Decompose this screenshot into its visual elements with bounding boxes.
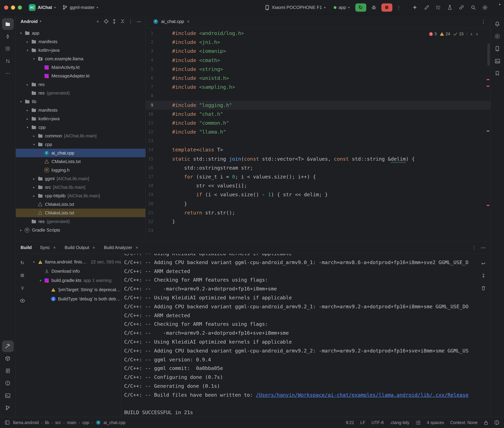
tool-window-switcher-icon[interactable] <box>5 420 10 425</box>
dependencies-tool-button[interactable] <box>2 353 14 364</box>
close-window-button[interactable] <box>4 5 8 9</box>
expand-selection-button[interactable] <box>111 17 118 25</box>
breadcrumb-item[interactable]: main <box>67 420 76 425</box>
project-tree-item[interactable]: ▾com.example.llama <box>16 54 145 63</box>
line-number[interactable]: 10 <box>146 109 157 118</box>
line-number[interactable]: 16 <box>146 163 157 172</box>
notifications-button[interactable] <box>491 18 503 30</box>
problems-tool-button[interactable] <box>2 377 14 389</box>
soft-wrap-button[interactable]: ↩ <box>479 259 487 268</box>
code-line[interactable]: 15static std::string join(const std::vec… <box>146 154 490 163</box>
line-number[interactable]: 14 <box>146 145 157 154</box>
project-tree-item[interactable]: ▸ggml[AiChat.lib.main] <box>16 174 145 183</box>
settings-button[interactable] <box>480 3 490 12</box>
chevron-closed-icon[interactable]: ▸ <box>31 185 37 189</box>
bookmarks-button[interactable] <box>491 67 503 79</box>
code-line[interactable]: 2#include <jni.h> <box>146 38 490 47</box>
code-line[interactable]: 17 for (size_t i = 0; i < values.size();… <box>146 172 490 181</box>
debug-app-button[interactable] <box>369 3 378 11</box>
inspections-widget[interactable]: !3 24 15 ∧ ∨ <box>426 31 481 37</box>
search-everywhere-button[interactable] <box>468 3 478 12</box>
project-tree-item[interactable]: CMakeLists.txt <box>16 200 145 209</box>
rerun-app-button[interactable]: ↻ <box>355 3 366 11</box>
project-tree-item[interactable]: res(generated) <box>16 89 145 97</box>
code-line[interactable]: 23 <box>146 226 490 235</box>
code-style-icon[interactable] <box>416 420 421 425</box>
stop-build-button[interactable] <box>18 271 26 280</box>
project-tree-item[interactable]: ▸cpp-httplib[AiChat.lib.main] <box>16 191 145 200</box>
close-tab-icon[interactable]: × <box>136 245 138 250</box>
device-selector[interactable]: Xiaomi POCOPHONE F1 ▾ <box>262 3 328 11</box>
code-line[interactable]: 14template<class T> <box>146 145 490 154</box>
project-tree-item[interactable]: ▸GGradle Scripts <box>16 226 145 234</box>
project-tree-item[interactable]: ▾cpp <box>16 140 145 149</box>
breadcrumb-item[interactable]: src <box>55 420 61 425</box>
breadcrumb-item[interactable]: llama.android <box>13 420 39 425</box>
chevron-open-icon[interactable]: ▾ <box>37 279 43 282</box>
line-number[interactable]: 6 <box>146 74 157 82</box>
gradle-tool-button[interactable]: G <box>491 31 503 42</box>
line-number[interactable]: 5 <box>146 65 157 74</box>
rerun-build-button[interactable]: ↻ <box>18 259 26 267</box>
line-number[interactable]: 9 <box>146 100 157 109</box>
chevron-open-icon[interactable]: ▾ <box>18 31 24 35</box>
vcs-branch-selector[interactable]: ggml-master ▾ <box>60 3 101 11</box>
chevron-closed-icon[interactable]: ▸ <box>18 228 24 232</box>
error-stripe[interactable] <box>486 28 490 241</box>
code-line[interactable]: 8 <box>146 92 490 100</box>
project-tree-item[interactable]: ▸common[AiChat.lib.main] <box>16 132 145 140</box>
code-line[interactable]: 13 <box>146 137 490 145</box>
project-tree-item[interactable]: res(generated) <box>16 217 145 226</box>
line-number[interactable]: 18 <box>146 181 157 190</box>
chevron-open-icon[interactable]: ▾ <box>24 49 31 52</box>
project-tree-item[interactable]: ▾kotlin+java <box>16 46 145 54</box>
project-tool-button[interactable] <box>2 18 14 30</box>
version-control-tool-button[interactable] <box>2 402 14 414</box>
chevron-closed-icon[interactable]: ▸ <box>24 40 31 43</box>
code-line[interactable]: 20 } <box>146 199 490 208</box>
code-line[interactable]: 21 return str.str(); <box>146 208 490 217</box>
line-number[interactable]: 17 <box>146 172 157 181</box>
code-line[interactable]: 7#include <sampling.h> <box>146 82 490 91</box>
run-configuration-selector[interactable]: app ▾ <box>331 3 352 11</box>
project-tree-item[interactable]: ▾cpp <box>16 123 145 132</box>
project-tree-item[interactable]: CMakeLists.txt <box>16 157 145 166</box>
chevron-open-icon[interactable]: ▾ <box>24 125 31 129</box>
line-number[interactable]: 2 <box>146 38 157 47</box>
chevron-open-icon[interactable]: ▾ <box>18 100 24 103</box>
build-variants-button[interactable] <box>445 3 455 12</box>
analyzer-status[interactable]: .clang-tidy <box>390 420 409 425</box>
console-link[interactable]: /Users/hanyin/Workspace/ai-chat/examples… <box>256 392 469 398</box>
add-button[interactable]: + <box>94 17 102 25</box>
code-line[interactable]: 19 if (i < values.size() - 1) { str << d… <box>146 190 490 199</box>
project-tree-item[interactable]: ▾lib <box>16 97 145 106</box>
logcat-tool-button[interactable] <box>2 365 14 377</box>
build-console[interactable]: C/C++: -- Using KleidiAI optimized kerne… <box>121 254 490 417</box>
breadcrumb-item[interactable]: cpp <box>82 420 89 425</box>
file-encoding[interactable]: UTF-8 <box>371 420 384 425</box>
line-number[interactable]: 23 <box>146 226 157 235</box>
build-tree-item[interactable]: iBuildType 'debug' is both debuggable <box>29 294 121 304</box>
chevron-open-icon[interactable]: ▾ <box>31 260 37 263</box>
code-line[interactable]: 3#include <iomanip> <box>146 47 490 56</box>
hide-build-panel-button[interactable]: — <box>481 245 486 250</box>
build-tree-item[interactable]: Download info <box>29 266 121 276</box>
code-line[interactable]: 11#include "common.h" <box>146 118 490 127</box>
code-line[interactable]: 9#include "logging.h" <box>146 100 490 109</box>
build-tab[interactable]: Sync× <box>40 245 56 250</box>
chevron-open-icon[interactable]: ▾ <box>31 143 37 146</box>
code-line[interactable]: 12#include "llama.h" <box>146 127 490 136</box>
editor-tab[interactable]: C ai_chat.cpp × <box>149 15 193 28</box>
compiler-context[interactable]: Context: None <box>450 420 478 425</box>
chevron-closed-icon[interactable]: ▸ <box>31 177 37 180</box>
code-line[interactable]: 5#include <string> <box>146 65 490 74</box>
line-number[interactable]: 20 <box>146 199 157 208</box>
error-highlighting-icon[interactable] <box>494 420 499 425</box>
code-line[interactable]: 16 std::ostringstream str; <box>146 163 490 172</box>
clear-console-button[interactable] <box>479 284 487 292</box>
commit-tool-button[interactable] <box>2 31 14 42</box>
todo-list-button[interactable] <box>433 3 443 12</box>
code-review-button[interactable] <box>422 3 431 12</box>
zoom-window-button[interactable] <box>18 5 22 9</box>
project-tree-item[interactable]: ▸kotlin+java <box>16 115 145 123</box>
